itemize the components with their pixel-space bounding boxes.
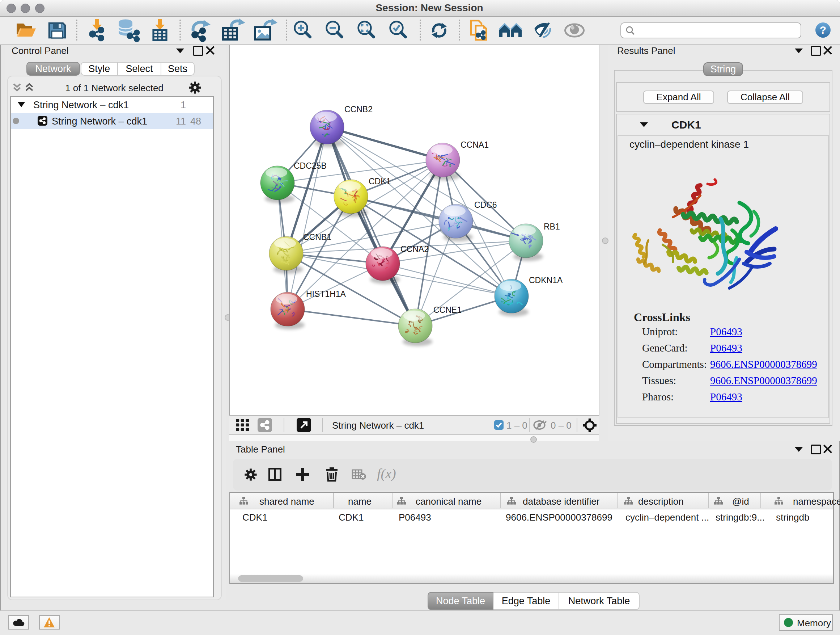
svg-text:CCNA2: CCNA2 [401,244,429,254]
svg-text:CCNB2: CCNB2 [344,105,373,114]
svg-text:CDKN1A: CDKN1A [529,276,563,285]
svg-text:CCNE1: CCNE1 [433,305,462,315]
svg-text:CDC6: CDC6 [474,200,497,210]
svg-text:CCNA1: CCNA1 [461,140,489,149]
svg-text:CDK1: CDK1 [369,177,391,186]
svg-text:RB1: RB1 [544,222,560,231]
svg-text:CDC25B: CDC25B [294,161,327,171]
svg-text:HIST1H1A: HIST1H1A [306,289,346,299]
svg-text:CCNB1: CCNB1 [303,233,332,242]
